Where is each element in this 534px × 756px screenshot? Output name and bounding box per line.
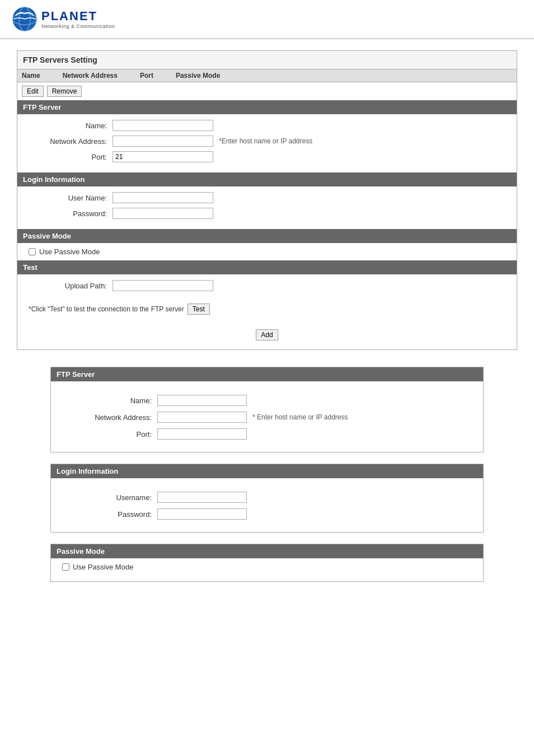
test-note-row: *Click "Test" to test the connection to … [17,301,517,320]
logo-text: PLANET Networking & Communication [41,9,115,29]
username-input[interactable] [113,192,213,203]
table-header-row: Name Network Address Port Passive Mode [17,69,517,82]
use-passive-mode-checkbox[interactable] [29,248,36,255]
ftp-server-header: FTP Server [17,100,517,114]
username-row: User Name: [29,192,505,203]
second-port-row: Port: [62,428,472,440]
remove-button[interactable]: Remove [47,86,82,97]
upload-path-input[interactable] [113,280,213,291]
test-header: Test [17,260,517,274]
ftp-settings-title: FTP Servers Setting [17,51,517,69]
ftp-server-body: Name: Network Address: *Enter host name … [17,114,517,172]
second-use-passive-checkbox[interactable] [62,563,69,571]
ftp-server-section: FTP Server Name: Network Address: *Enter… [17,100,517,172]
name-input[interactable] [113,120,213,131]
second-passive-mode-header: Passive Mode [51,544,483,558]
logo-area: PLANET Networking & Communication [11,6,115,32]
second-network-address-input[interactable] [157,412,247,423]
passive-mode-section: Passive Mode Use Passive Mode [17,229,517,260]
add-button-row: Add [17,320,517,349]
second-network-address-label: Network Address: [62,413,152,422]
second-login-body: Username: Password: [51,478,483,532]
second-password-input[interactable] [157,508,247,520]
col-port: Port [140,72,153,80]
second-name-label: Name: [62,396,152,405]
edit-button[interactable]: Edit [22,86,44,97]
upload-path-label: Upload Path: [29,282,107,290]
name-label: Name: [29,122,107,130]
col-passive-mode: Passive Mode [176,72,220,80]
port-row: Port: [29,151,505,162]
password-input[interactable] [113,208,213,219]
second-username-row: Username: [62,492,472,503]
second-ftp-server-body: Name: Network Address: * Enter host name… [51,381,483,452]
test-section: Test Upload Path: *Click "Test" to test … [17,260,517,320]
add-button[interactable]: Add [256,329,278,340]
globe-icon [11,6,38,32]
second-username-label: Username: [62,493,152,502]
main-content: FTP Servers Setting Name Network Address… [0,39,534,604]
test-note-text: *Click "Test" to test the connection to … [29,305,184,313]
second-username-input[interactable] [157,492,247,503]
second-network-address-row: Network Address: * Enter host name or IP… [62,412,472,423]
port-input[interactable] [113,151,213,162]
network-address-label: Network Address: [29,137,107,146]
password-row: Password: [29,208,505,219]
password-label: Password: [29,209,107,218]
second-passive-mode-section: Passive Mode Use Passive Mode [50,544,484,582]
login-information-section: Login Information User Name: Password: [17,172,517,229]
logo-planet-text: PLANET [41,9,115,24]
col-network-address: Network Address [63,72,118,80]
use-passive-mode-label: Use Passive Mode [39,248,100,256]
second-ftp-server-header: FTP Server [51,367,483,381]
name-row: Name: [29,120,505,131]
second-password-row: Password: [62,508,472,520]
second-name-row: Name: [62,395,472,406]
logo-sub-text: Networking & Communication [41,24,115,29]
second-login-section: Login Information Username: Password: [50,464,484,533]
second-use-passive-label: Use Passive Mode [73,563,133,571]
second-login-header: Login Information [51,464,483,478]
header: PLANET Networking & Communication [0,0,534,39]
passive-mode-header: Passive Mode [17,229,517,243]
network-address-input[interactable] [113,136,213,147]
edit-remove-row: Edit Remove [17,82,517,100]
second-port-label: Port: [62,430,152,438]
second-ftp-server-section: FTP Server Name: Network Address: * Ente… [50,367,484,452]
second-password-label: Password: [62,510,152,519]
second-network-address-hint: * Enter host name or IP address [252,413,348,421]
username-label: User Name: [29,194,107,202]
upload-path-row: Upload Path: [29,280,505,291]
network-address-hint: *Enter host name or IP address [219,137,312,145]
second-port-input[interactable] [157,428,247,440]
login-information-body: User Name: Password: [17,186,517,229]
test-button[interactable]: Test [188,304,210,315]
use-passive-mode-row: Use Passive Mode [17,243,517,260]
second-name-input[interactable] [157,395,247,406]
second-block: FTP Server Name: Network Address: * Ente… [50,367,484,582]
second-use-passive-row: Use Passive Mode [51,558,483,576]
port-label: Port: [29,153,107,161]
col-name: Name [22,72,40,80]
ftp-servers-setting-box: FTP Servers Setting Name Network Address… [17,50,517,350]
login-information-header: Login Information [17,172,517,186]
network-address-row: Network Address: *Enter host name or IP … [29,136,505,147]
test-body: Upload Path: [17,274,517,301]
